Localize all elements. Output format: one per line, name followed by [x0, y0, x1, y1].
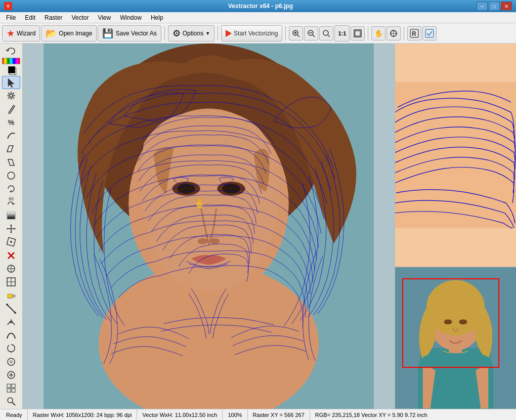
arrow-move2-tool[interactable]	[2, 275, 20, 288]
circle-outline-tool[interactable]	[2, 355, 20, 368]
preview-top-svg	[395, 44, 516, 267]
window-controls: ─ □ ✕	[477, 2, 512, 11]
title-bar: V Vextractor x64 - p6.jpg ─ □ ✕	[0, 0, 516, 12]
undo-button[interactable]	[2, 45, 20, 57]
shear2-tool[interactable]	[2, 156, 20, 169]
menu-item-window[interactable]: Window	[116, 13, 146, 22]
move-tool[interactable]	[2, 222, 20, 235]
svg-rect-59	[12, 389, 15, 392]
percent-tool[interactable]: %	[2, 116, 20, 129]
menu-item-help[interactable]: Help	[147, 13, 167, 22]
pencil-tool[interactable]	[2, 103, 20, 115]
bw-color-boxes[interactable]	[2, 65, 20, 75]
separator-2	[218, 26, 218, 40]
zoom-in-button[interactable]	[289, 26, 303, 40]
menu-item-raster[interactable]: Raster	[40, 13, 66, 22]
save-vector-button[interactable]: 💾 Save Vector As	[98, 25, 161, 41]
plus-circle-tool[interactable]	[2, 368, 20, 381]
separator-4	[368, 26, 368, 40]
svg-point-78	[459, 319, 467, 324]
svg-marker-42	[13, 295, 15, 297]
zoom-out-button[interactable]	[304, 26, 318, 40]
separator-1	[164, 26, 165, 40]
grid-tool[interactable]	[2, 382, 20, 395]
highlight-pen-tool[interactable]	[2, 289, 20, 302]
svg-point-51	[8, 358, 15, 365]
menu-item-vector[interactable]: Vector	[67, 13, 93, 22]
svg-marker-26	[8, 159, 14, 165]
status-vector-info: Vector WxH: 11.00x12.50 inch	[137, 409, 223, 420]
svg-point-45	[6, 304, 8, 306]
svg-rect-72	[395, 82, 516, 228]
line-tool[interactable]	[2, 302, 20, 315]
pointer-tool[interactable]	[2, 76, 20, 89]
status-raster-xy: Raster XY = 566 267	[248, 409, 310, 420]
start-vectorizing-button[interactable]: Start Vectorizing	[221, 25, 282, 41]
r-button[interactable]: R	[407, 26, 421, 40]
svg-line-5	[313, 35, 315, 37]
zoom-100-button[interactable]: 1:1	[334, 25, 350, 41]
svg-marker-25	[7, 146, 13, 152]
svg-point-7	[323, 30, 328, 35]
bezier-tool[interactable]	[2, 329, 20, 342]
curve-tool[interactable]	[2, 130, 20, 142]
wizard-button[interactable]: ★ Wizard	[2, 25, 40, 41]
status-rgb-info: RGB= 235,215,18 Vector XY = 5.90 9.72 in…	[310, 409, 433, 420]
rotate-90-button[interactable]: 90	[2, 196, 20, 208]
status-bar: Ready Raster WxH: 1056x1200: 24 bpp: 96 …	[0, 409, 516, 420]
menu-item-file[interactable]: File	[2, 13, 20, 22]
shear-tool[interactable]	[2, 143, 20, 155]
svg-rect-19	[425, 29, 434, 37]
options-dropdown-arrow: ▼	[205, 31, 210, 36]
node-add-tool[interactable]	[2, 315, 20, 328]
minimize-button[interactable]: ─	[477, 2, 488, 11]
separator-5	[404, 26, 404, 40]
svg-rect-56	[7, 384, 11, 388]
left-toolbar: %	[0, 44, 23, 409]
pan-button[interactable]: ✋	[371, 26, 385, 40]
play-icon	[226, 30, 232, 37]
circle-tool[interactable]	[2, 169, 20, 182]
lasso-tool[interactable]	[2, 342, 20, 355]
svg-point-77	[444, 319, 452, 324]
options-button[interactable]: ⚙ Options ▼	[168, 25, 214, 41]
svg-point-46	[14, 312, 16, 314]
magnify-tool[interactable]	[2, 395, 20, 408]
zoom-fit-button[interactable]	[319, 26, 333, 40]
settings-tool[interactable]	[2, 90, 20, 102]
crosshair-button[interactable]	[386, 26, 401, 40]
menu-item-edit[interactable]: Edit	[21, 13, 39, 22]
svg-rect-10	[355, 31, 360, 36]
maximize-button[interactable]: □	[489, 2, 500, 11]
svg-point-16	[393, 32, 395, 34]
open-image-button[interactable]: 📂 Open Image	[41, 25, 97, 41]
preview-bottom	[395, 267, 516, 409]
svg-point-71	[209, 238, 220, 244]
svg-point-27	[8, 172, 15, 179]
transform2-tool[interactable]	[2, 236, 20, 248]
preview-top	[395, 44, 516, 267]
svg-text:R: R	[412, 30, 416, 37]
menu-item-view[interactable]: View	[94, 13, 115, 22]
svg-line-44	[7, 305, 15, 313]
color-palette-strip[interactable]	[2, 58, 20, 64]
arrow-move-tool[interactable]	[2, 262, 20, 275]
delete-tool[interactable]	[2, 249, 20, 262]
close-button[interactable]: ✕	[501, 2, 512, 11]
status-ready: Ready	[4, 409, 28, 420]
status-raster-info: Raster WxH: 1056x1200: 24 bpp: 96 dpi	[28, 409, 138, 420]
right-panel	[395, 44, 516, 409]
rotate-tool[interactable]	[2, 183, 20, 195]
gradient-tool[interactable]	[2, 209, 20, 222]
svg-point-70	[198, 238, 208, 244]
canvas-area[interactable]: ✋	[23, 44, 395, 409]
check-button[interactable]	[422, 26, 437, 40]
svg-rect-41	[8, 294, 13, 298]
svg-line-8	[328, 35, 330, 37]
svg-line-24	[14, 105, 15, 106]
fit-window-button[interactable]	[351, 26, 365, 40]
svg-point-32	[10, 241, 12, 243]
svg-line-61	[12, 402, 15, 405]
svg-rect-58	[7, 389, 11, 392]
svg-point-20	[10, 94, 13, 97]
